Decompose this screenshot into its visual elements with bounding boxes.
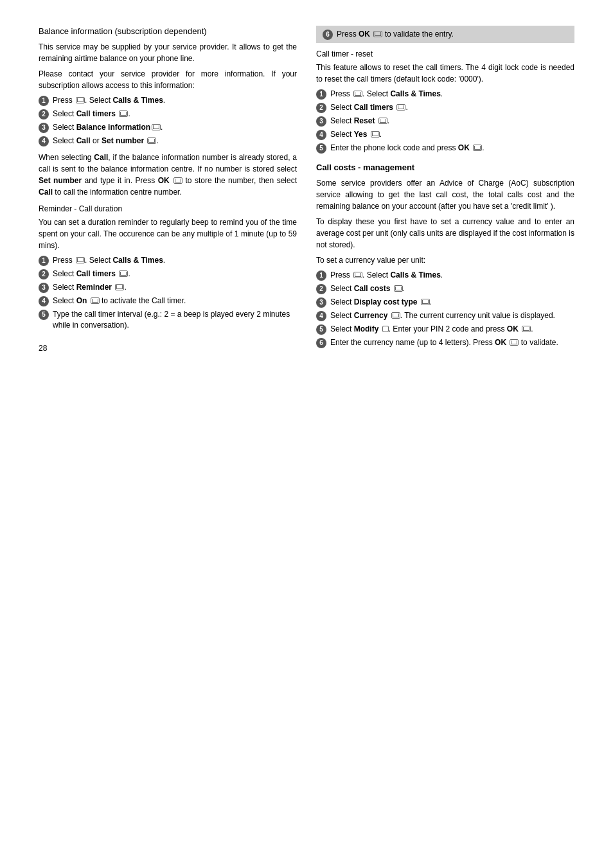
rs-text-2: Select Call timers .: [330, 102, 574, 113]
balance-step-4: 4 Select Call or Set number .: [39, 136, 297, 146]
step-num-2: 2: [39, 109, 49, 120]
press-icon-2: [119, 111, 128, 117]
cc-step-1: 1 Press . Select Calls & Times.: [316, 270, 574, 281]
r-step-num-3: 3: [39, 283, 49, 293]
reminder-body: You can set a duration reminder to regul…: [39, 217, 297, 251]
reset-steps: 1 Press . Select Calls & Times. 2 Select…: [316, 89, 574, 154]
step-text-4: Select Call or Set number .: [53, 136, 297, 146]
r-press-icon-1: [76, 257, 85, 263]
cc-step-4: 4 Select Currency . The current currency…: [316, 310, 574, 321]
hl-step-text: Press OK to validate the entry.: [337, 29, 568, 40]
rs-text-1: Press . Select Calls & Times.: [330, 89, 574, 100]
highlight-step6: 6 Press OK to validate the entry.: [316, 26, 574, 43]
cc-icon-4: [391, 312, 400, 319]
cc-icon-3: [421, 299, 430, 305]
cc-text-3: Select Display cost type .: [330, 297, 574, 308]
section-callcosts: Call costs - management Some service pro…: [316, 163, 574, 348]
cc-num-5: 5: [316, 324, 326, 335]
rs-icon-5: [473, 145, 482, 151]
cc-icon-6: [510, 339, 519, 346]
section-balance-body2: Please contact your service provider for…: [39, 68, 297, 91]
balance-step-2: 2 Select Call timers .: [39, 109, 297, 120]
page-number: 28: [39, 344, 297, 353]
rs-text-5: Enter the phone lock code and press OK .: [330, 143, 574, 154]
reset-step-1: 1 Press . Select Calls & Times.: [316, 89, 574, 100]
balance-steps: 1 Press . Select Calls & Times. 2 Select…: [39, 95, 297, 146]
reset-body: This feature allows to reset the call ti…: [316, 62, 574, 85]
reminder-title: Reminder - Call duration: [39, 204, 297, 213]
cc-modify-icon: [382, 326, 389, 332]
cc-num-4: 4: [316, 311, 326, 321]
reminder-step-3: 3 Select Reminder .: [39, 282, 297, 293]
r-step-num-4: 4: [39, 296, 49, 306]
cc-text-6: Enter the currency name (up to 4 letters…: [330, 337, 574, 348]
rs-num-2: 2: [316, 103, 326, 113]
section-reminder: Reminder - Call duration You can set a d…: [39, 204, 297, 331]
right-column: 6 Press OK to validate the entry. Call t…: [316, 26, 574, 353]
hl-step-num: 6: [323, 30, 333, 40]
reminder-steps: 1 Press . Select Calls & Times. 2 Select…: [39, 255, 297, 331]
balance-step-3: 3 Select Balance information.: [39, 122, 297, 133]
step-text-1: Press . Select Calls & Times.: [53, 95, 297, 106]
callcosts-steps: 1 Press . Select Calls & Times. 2 Select…: [316, 270, 574, 348]
callcosts-body3: To set a currency value per unit:: [316, 254, 574, 266]
step-text-2: Select Call timers .: [53, 109, 297, 120]
section-balance: Balance information (subscription depend…: [39, 26, 297, 198]
step-text-3: Select Balance information.: [53, 122, 297, 133]
hl-step-item: 6 Press OK to validate the entry.: [323, 29, 568, 40]
rs-num-5: 5: [316, 143, 326, 154]
step-num-1: 1: [39, 96, 49, 106]
reminder-step-5: 5 Type the call timer interval (e.g.: 2 …: [39, 309, 297, 331]
r-press-icon-3: [115, 284, 124, 290]
callcosts-body2: To display these you first have to set a…: [316, 216, 574, 251]
press-icon-1: [76, 97, 85, 103]
r-step-text-5: Type the call timer interval (e.g.: 2 = …: [53, 309, 297, 331]
r-step-text-2: Select Call timers .: [53, 269, 297, 279]
page-content: Balance information (subscription depend…: [39, 26, 574, 353]
cc-text-4: Select Currency . The current currency u…: [330, 310, 574, 321]
rs-num-4: 4: [316, 130, 326, 140]
cc-step-3: 3 Select Display cost type .: [316, 297, 574, 308]
cc-step-6: 6 Enter the currency name (up to 4 lette…: [316, 337, 574, 348]
rs-text-4: Select Yes .: [330, 129, 574, 140]
cc-num-1: 1: [316, 270, 326, 281]
callcosts-title: Call costs - management: [316, 163, 574, 172]
cc-text-5: Select Modify . Enter your PIN 2 code an…: [330, 324, 574, 335]
press-icon-3: [152, 124, 161, 130]
reminder-step-1: 1 Press . Select Calls & Times.: [39, 255, 297, 266]
reset-step-2: 2 Select Call timers .: [316, 102, 574, 113]
press-icon-4: [147, 137, 156, 144]
reminder-step-2: 2 Select Call timers .: [39, 269, 297, 279]
r-press-icon-4: [91, 297, 100, 304]
cc-num-6: 6: [316, 338, 326, 348]
rs-icon-3: [378, 118, 387, 124]
page-wrapper: Balance information (subscription depend…: [39, 26, 574, 353]
r-step-text-4: Select On to activate the Call timer.: [53, 296, 297, 306]
reset-step-3: 3 Select Reset .: [316, 116, 574, 127]
section-reset: Call timer - reset This feature allows t…: [316, 49, 574, 154]
r-step-num-5: 5: [39, 310, 49, 320]
cc-num-2: 2: [316, 284, 326, 294]
reminder-step-4: 4 Select On to activate the Call timer.: [39, 296, 297, 306]
cc-icon-2: [394, 285, 403, 292]
balance-step-1: 1 Press . Select Calls & Times.: [39, 95, 297, 106]
reset-title: Call timer - reset: [316, 49, 574, 58]
callcosts-body1: Some service providers offer an Advice o…: [316, 177, 574, 212]
cc-icon-5: [522, 326, 531, 332]
cc-icon-1: [353, 272, 362, 278]
reset-step-4: 4 Select Yes .: [316, 129, 574, 140]
cc-step-2: 2 Select Call costs .: [316, 283, 574, 294]
balance-para: When selecting Call, if the balance info…: [39, 152, 297, 198]
rs-icon-2: [396, 104, 405, 111]
reset-step-5: 5 Enter the phone lock code and press OK…: [316, 143, 574, 154]
left-column: Balance information (subscription depend…: [39, 26, 297, 353]
step-num-3: 3: [39, 123, 49, 133]
rs-icon-4: [371, 131, 380, 137]
section-balance-title: Balance information (subscription depend…: [39, 26, 297, 37]
rs-icon-1: [353, 91, 362, 97]
section-balance-body1: This service may be supplied by your ser…: [39, 41, 297, 64]
r-step-num-1: 1: [39, 256, 49, 266]
cc-num-3: 3: [316, 297, 326, 308]
r-step-num-2: 2: [39, 269, 49, 279]
ok-icon: [173, 177, 182, 184]
